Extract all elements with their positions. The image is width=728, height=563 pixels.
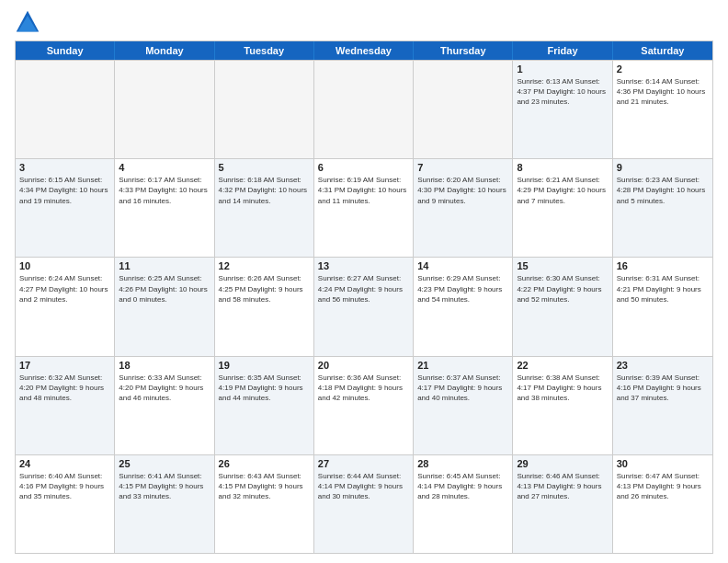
day-info: Sunrise: 6:21 AM Sunset: 4:29 PM Dayligh… bbox=[517, 175, 608, 206]
calendar-row-3: 10Sunrise: 6:24 AM Sunset: 4:27 PM Dayli… bbox=[16, 257, 712, 355]
day-info: Sunrise: 6:41 AM Sunset: 4:15 PM Dayligh… bbox=[119, 471, 210, 502]
day-number: 23 bbox=[617, 360, 709, 371]
logo bbox=[15, 9, 44, 35]
day-number: 16 bbox=[617, 260, 709, 271]
day-number: 3 bbox=[19, 162, 110, 173]
weekday-header-wednesday: Wednesday bbox=[314, 41, 414, 60]
day-number: 1 bbox=[517, 63, 608, 75]
day-info: Sunrise: 6:43 AM Sunset: 4:15 PM Dayligh… bbox=[219, 471, 310, 502]
day-info: Sunrise: 6:18 AM Sunset: 4:32 PM Dayligh… bbox=[219, 175, 310, 206]
day-cell-13: 13Sunrise: 6:27 AM Sunset: 4:24 PM Dayli… bbox=[314, 258, 414, 355]
day-cell-23: 23Sunrise: 6:39 AM Sunset: 4:16 PM Dayli… bbox=[613, 357, 712, 454]
calendar: SundayMondayTuesdayWednesdayThursdayFrid… bbox=[15, 40, 713, 554]
day-cell-14: 14Sunrise: 6:29 AM Sunset: 4:23 PM Dayli… bbox=[414, 258, 513, 355]
day-info: Sunrise: 6:44 AM Sunset: 4:14 PM Dayligh… bbox=[318, 471, 409, 502]
day-number: 8 bbox=[517, 162, 608, 173]
day-cell-10: 10Sunrise: 6:24 AM Sunset: 4:27 PM Dayli… bbox=[16, 258, 115, 355]
day-cell-30: 30Sunrise: 6:47 AM Sunset: 4:13 PM Dayli… bbox=[613, 455, 712, 553]
day-number: 18 bbox=[119, 360, 210, 371]
day-info: Sunrise: 6:31 AM Sunset: 4:21 PM Dayligh… bbox=[617, 273, 709, 304]
day-info: Sunrise: 6:15 AM Sunset: 4:34 PM Dayligh… bbox=[19, 175, 110, 206]
day-cell-27: 27Sunrise: 6:44 AM Sunset: 4:14 PM Dayli… bbox=[314, 455, 414, 553]
day-number: 2 bbox=[617, 63, 709, 75]
calendar-row-2: 3Sunrise: 6:15 AM Sunset: 4:34 PM Daylig… bbox=[16, 158, 712, 257]
header bbox=[15, 9, 713, 35]
day-number: 20 bbox=[318, 360, 409, 371]
day-info: Sunrise: 6:37 AM Sunset: 4:17 PM Dayligh… bbox=[417, 373, 508, 404]
day-cell-4: 4Sunrise: 6:17 AM Sunset: 4:33 PM Daylig… bbox=[115, 159, 214, 257]
day-number: 15 bbox=[517, 260, 608, 271]
day-number: 29 bbox=[517, 458, 608, 469]
day-number: 13 bbox=[318, 260, 409, 271]
day-cell-7: 7Sunrise: 6:20 AM Sunset: 4:30 PM Daylig… bbox=[414, 159, 513, 257]
day-number: 26 bbox=[219, 458, 310, 469]
day-cell-11: 11Sunrise: 6:25 AM Sunset: 4:26 PM Dayli… bbox=[115, 258, 214, 355]
weekday-header-friday: Friday bbox=[513, 41, 612, 60]
calendar-row-4: 17Sunrise: 6:32 AM Sunset: 4:20 PM Dayli… bbox=[16, 356, 712, 454]
day-cell-18: 18Sunrise: 6:33 AM Sunset: 4:20 PM Dayli… bbox=[115, 357, 214, 454]
day-info: Sunrise: 6:32 AM Sunset: 4:20 PM Dayligh… bbox=[19, 373, 110, 404]
day-number: 30 bbox=[617, 458, 709, 469]
day-cell-5: 5Sunrise: 6:18 AM Sunset: 4:32 PM Daylig… bbox=[215, 159, 314, 257]
day-info: Sunrise: 6:13 AM Sunset: 4:37 PM Dayligh… bbox=[517, 76, 608, 108]
day-info: Sunrise: 6:35 AM Sunset: 4:19 PM Dayligh… bbox=[219, 373, 310, 404]
weekday-header-sunday: Sunday bbox=[16, 41, 115, 60]
day-cell-15: 15Sunrise: 6:30 AM Sunset: 4:22 PM Dayli… bbox=[513, 258, 612, 355]
day-number: 21 bbox=[417, 360, 508, 371]
day-number: 9 bbox=[617, 162, 709, 173]
page: SundayMondayTuesdayWednesdayThursdayFrid… bbox=[0, 0, 728, 563]
day-info: Sunrise: 6:23 AM Sunset: 4:28 PM Dayligh… bbox=[617, 175, 709, 206]
day-cell-21: 21Sunrise: 6:37 AM Sunset: 4:17 PM Dayli… bbox=[414, 357, 513, 454]
day-number: 25 bbox=[119, 458, 210, 469]
day-info: Sunrise: 6:24 AM Sunset: 4:27 PM Dayligh… bbox=[19, 273, 110, 304]
day-number: 5 bbox=[219, 162, 310, 173]
day-cell-2: 2Sunrise: 6:14 AM Sunset: 4:36 PM Daylig… bbox=[613, 61, 712, 158]
day-number: 7 bbox=[417, 162, 508, 173]
day-info: Sunrise: 6:46 AM Sunset: 4:13 PM Dayligh… bbox=[517, 471, 608, 502]
day-info: Sunrise: 6:39 AM Sunset: 4:16 PM Dayligh… bbox=[617, 373, 709, 404]
day-info: Sunrise: 6:33 AM Sunset: 4:20 PM Dayligh… bbox=[119, 373, 210, 404]
day-info: Sunrise: 6:26 AM Sunset: 4:25 PM Dayligh… bbox=[219, 273, 310, 304]
day-info: Sunrise: 6:29 AM Sunset: 4:23 PM Dayligh… bbox=[417, 273, 508, 304]
day-cell-17: 17Sunrise: 6:32 AM Sunset: 4:20 PM Dayli… bbox=[16, 357, 115, 454]
day-info: Sunrise: 6:25 AM Sunset: 4:26 PM Dayligh… bbox=[119, 273, 210, 304]
day-info: Sunrise: 6:30 AM Sunset: 4:22 PM Dayligh… bbox=[517, 273, 608, 304]
day-number: 24 bbox=[19, 458, 110, 469]
logo-icon bbox=[15, 9, 40, 35]
empty-cell bbox=[215, 61, 314, 158]
day-number: 22 bbox=[517, 360, 608, 371]
day-cell-16: 16Sunrise: 6:31 AM Sunset: 4:21 PM Dayli… bbox=[613, 258, 712, 355]
day-info: Sunrise: 6:40 AM Sunset: 4:16 PM Dayligh… bbox=[19, 471, 110, 502]
empty-cell bbox=[16, 61, 115, 158]
day-info: Sunrise: 6:45 AM Sunset: 4:14 PM Dayligh… bbox=[417, 471, 508, 502]
weekday-header-tuesday: Tuesday bbox=[215, 41, 314, 60]
day-info: Sunrise: 6:14 AM Sunset: 4:36 PM Dayligh… bbox=[617, 76, 709, 108]
day-cell-29: 29Sunrise: 6:46 AM Sunset: 4:13 PM Dayli… bbox=[513, 455, 612, 553]
day-cell-1: 1Sunrise: 6:13 AM Sunset: 4:37 PM Daylig… bbox=[513, 61, 612, 158]
empty-cell bbox=[414, 61, 513, 158]
day-info: Sunrise: 6:27 AM Sunset: 4:24 PM Dayligh… bbox=[318, 273, 409, 304]
day-cell-25: 25Sunrise: 6:41 AM Sunset: 4:15 PM Dayli… bbox=[115, 455, 214, 553]
day-cell-22: 22Sunrise: 6:38 AM Sunset: 4:17 PM Dayli… bbox=[513, 357, 612, 454]
day-info: Sunrise: 6:38 AM Sunset: 4:17 PM Dayligh… bbox=[517, 373, 608, 404]
day-cell-8: 8Sunrise: 6:21 AM Sunset: 4:29 PM Daylig… bbox=[513, 159, 612, 257]
weekday-header-monday: Monday bbox=[115, 41, 214, 60]
day-number: 17 bbox=[19, 360, 110, 371]
day-cell-19: 19Sunrise: 6:35 AM Sunset: 4:19 PM Dayli… bbox=[215, 357, 314, 454]
day-number: 14 bbox=[417, 260, 508, 271]
day-number: 10 bbox=[19, 260, 110, 271]
day-number: 19 bbox=[219, 360, 310, 371]
weekday-header-thursday: Thursday bbox=[414, 41, 513, 60]
day-cell-26: 26Sunrise: 6:43 AM Sunset: 4:15 PM Dayli… bbox=[215, 455, 314, 553]
day-cell-9: 9Sunrise: 6:23 AM Sunset: 4:28 PM Daylig… bbox=[613, 159, 712, 257]
weekday-header-saturday: Saturday bbox=[613, 41, 712, 60]
day-cell-12: 12Sunrise: 6:26 AM Sunset: 4:25 PM Dayli… bbox=[215, 258, 314, 355]
day-info: Sunrise: 6:19 AM Sunset: 4:31 PM Dayligh… bbox=[318, 175, 409, 206]
empty-cell bbox=[314, 61, 414, 158]
day-number: 12 bbox=[219, 260, 310, 271]
day-number: 28 bbox=[417, 458, 508, 469]
day-cell-20: 20Sunrise: 6:36 AM Sunset: 4:18 PM Dayli… bbox=[314, 357, 414, 454]
calendar-row-5: 24Sunrise: 6:40 AM Sunset: 4:16 PM Dayli… bbox=[16, 454, 712, 553]
day-cell-28: 28Sunrise: 6:45 AM Sunset: 4:14 PM Dayli… bbox=[414, 455, 513, 553]
day-info: Sunrise: 6:36 AM Sunset: 4:18 PM Dayligh… bbox=[318, 373, 409, 404]
